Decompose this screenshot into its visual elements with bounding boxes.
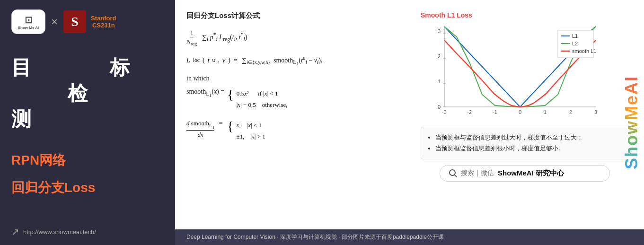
bottom-link: ↗ http://www.showmeai.tech/ xyxy=(11,226,164,237)
link-icon: ↗ xyxy=(11,226,19,237)
bullet-2: 当预测框监督信息差别很小时，梯度值足够小。 xyxy=(435,143,629,154)
svg-text:-1: -1 xyxy=(493,109,497,115)
x-symbol: × xyxy=(51,15,58,28)
showmeai-logo: ⊡ Show Me Al xyxy=(11,9,45,34)
svg-text:1: 1 xyxy=(438,79,441,84)
section-loss: 回归分支Loss xyxy=(11,179,164,197)
search-brand: ShowMeAI 研究中心 xyxy=(498,169,564,178)
section-rpn: RPN网络 xyxy=(11,151,164,169)
svg-line-25 xyxy=(455,175,457,177)
svg-text:0: 0 xyxy=(438,104,441,110)
svg-text:1: 1 xyxy=(544,109,547,115)
formula-deriv-row: d smoothL1 dx = { x, |x| < 1 ±1, |x| > 1 xyxy=(186,120,406,142)
sidebar: ⊡ Show Me Al × S Stanford CS231n 目 标 检 测… xyxy=(0,0,175,245)
svg-text:-2: -2 xyxy=(467,109,472,115)
formula-loc-row: Lloc(tu, v) = ∑i∈{x,y,w,h} smoothL1(tui … xyxy=(186,55,406,67)
stanford-block: S Stanford CS231n xyxy=(63,10,116,33)
formula-title: 回归分支Loss计算公式 xyxy=(186,11,406,20)
svg-text:3: 3 xyxy=(594,109,597,115)
footer: Deep Learning for Computer Vision · 深度学习… xyxy=(175,229,644,245)
stanford-s-logo: S xyxy=(63,10,86,33)
bullet-points: 当预测框与监督信息差别过大时，梯度值不至于过大； 当预测框监督信息差别很小时，梯… xyxy=(421,127,636,159)
main-title: 目 标 检 测 xyxy=(11,55,164,132)
svg-text:L2: L2 xyxy=(572,41,578,46)
title-section: 目 标 检 测 xyxy=(11,55,164,132)
svg-text:2: 2 xyxy=(569,109,572,115)
chart-title: Smooth L1 Loss xyxy=(421,11,472,19)
stanford-text: Stanford CS231n xyxy=(91,15,116,29)
content-body: 回归分支Loss计算公式 1 Nreg ∑i p*i Lreg(ti, t*i)… xyxy=(175,0,644,229)
right-section: Smooth L1 Loss 0 1 2 3 xyxy=(417,8,644,222)
svg-text:-3: -3 xyxy=(442,109,447,115)
svg-text:3: 3 xyxy=(438,28,441,34)
footer-text: Deep Learning for Computer Vision · 深度学习… xyxy=(186,233,444,241)
svg-text:0: 0 xyxy=(519,109,521,115)
svg-text:smooth L1: smooth L1 xyxy=(572,48,596,54)
formula-smooth-row: smoothL1(x) = { 0.5x² if |x| < 1 |x| − 0… xyxy=(186,88,406,110)
svg-text:2: 2 xyxy=(438,53,441,59)
search-divider: 搜索｜微信 xyxy=(461,169,494,177)
in-which-label: in which xyxy=(186,75,406,82)
tv-icon: ⊡ xyxy=(25,14,33,26)
svg-text:L1: L1 xyxy=(572,33,578,39)
svg-point-24 xyxy=(450,170,455,175)
link-text: http://www.showmeai.tech/ xyxy=(23,228,96,236)
bullet-1: 当预测框与监督信息差别过大时，梯度值不至于过大； xyxy=(435,132,629,143)
logo-area: ⊡ Show Me Al × S Stanford CS231n xyxy=(11,9,164,34)
main-content: 回归分支Loss计算公式 1 Nreg ∑i p*i Lreg(ti, t*i)… xyxy=(175,0,644,245)
formula-section: 回归分支Loss计算公式 1 Nreg ∑i p*i Lreg(ti, t*i)… xyxy=(175,8,417,222)
showmeai-logo-text: Show Me Al xyxy=(18,26,39,30)
smooth-l1-chart: 0 1 2 3 -3 -2 -1 0 1 2 xyxy=(421,22,600,121)
search-icon xyxy=(449,169,457,177)
chart-area: Smooth L1 Loss 0 1 2 3 xyxy=(421,11,636,121)
fraction-1-nreg: 1 Nreg xyxy=(186,29,197,46)
search-bar[interactable]: 搜索｜微信 ShowMeAI 研究中心 xyxy=(440,165,610,182)
formula-sum-row: 1 Nreg ∑i p*i Lreg(ti, t*i) xyxy=(186,29,406,46)
